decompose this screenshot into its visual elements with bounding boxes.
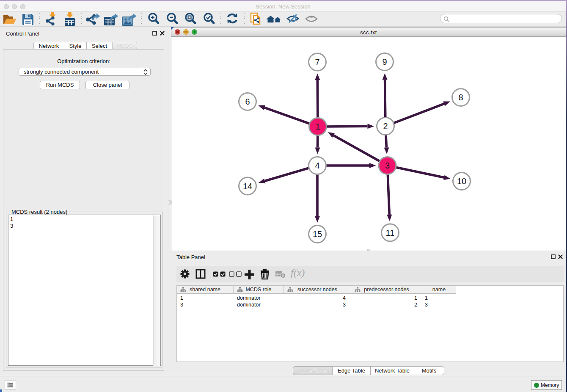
svg-text:9: 9 — [382, 57, 387, 66]
svg-text:2: 2 — [383, 121, 388, 131]
svg-text:11: 11 — [386, 228, 395, 237]
svg-text:1: 1 — [315, 122, 320, 131]
svg-text:8: 8 — [458, 93, 463, 102]
svg-text:10: 10 — [457, 177, 466, 186]
svg-text:3: 3 — [385, 161, 390, 170]
svg-text:14: 14 — [243, 182, 252, 191]
svg-text:4: 4 — [315, 161, 319, 170]
svg-text:6: 6 — [245, 97, 250, 106]
svg-text:7: 7 — [315, 58, 319, 67]
svg-text:15: 15 — [313, 229, 322, 239]
